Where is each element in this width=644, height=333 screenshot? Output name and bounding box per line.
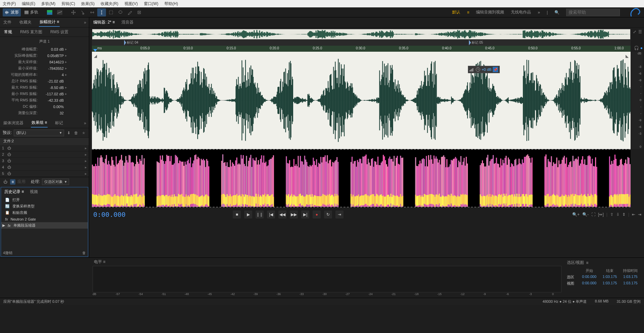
rewind-button[interactable]: ◀◀ — [278, 210, 286, 219]
menu-help[interactable]: 帮助(H) — [164, 1, 178, 7]
fx-slot[interactable]: 4⏻▸ — [0, 164, 89, 171]
record-button[interactable]: ● — [313, 210, 321, 219]
menu-view[interactable]: 视图(V) — [124, 1, 138, 7]
zoom-full-button[interactable]: ⛶ — [591, 212, 595, 217]
tab-files[interactable]: 文件 — [3, 18, 12, 27]
fx-target-dropdown[interactable]: 仅选区对象▾ — [42, 179, 69, 185]
view-multitrack-button[interactable]: 多轨 — [22, 8, 40, 16]
tab-media-browser[interactable]: 媒体浏览器 — [3, 119, 24, 127]
svg-rect-1699 — [201, 196, 202, 205]
zoom-time-in-button[interactable]: ⇤ — [632, 212, 635, 217]
panel-more-icon[interactable]: » — [84, 121, 86, 126]
workspace-radio[interactable]: 无线电作品 — [511, 9, 531, 15]
zoom-sel-button[interactable]: [⇔] — [598, 212, 604, 217]
marker[interactable]: 标记 04 — [124, 40, 138, 46]
spectral-pitch-button[interactable] — [55, 8, 64, 16]
zoom-out-button[interactable]: 🔍- — [582, 212, 589, 217]
tool-slip[interactable] — [88, 8, 97, 16]
play-button[interactable]: ▶ — [244, 210, 252, 219]
stats-tab-general[interactable]: 常规 — [4, 29, 12, 35]
zoom-in-amp-button[interactable]: ⇧ — [610, 212, 613, 217]
fx-slot[interactable]: 5⏻▸ — [0, 171, 89, 177]
svg-rect-1943 — [368, 195, 369, 205]
workspace-menu-icon[interactable]: ≡ — [467, 10, 469, 15]
tab-markers[interactable]: 标记 — [54, 119, 64, 127]
tool-marquee[interactable] — [107, 8, 115, 16]
timecode-display[interactable]: 0:00.000 — [93, 210, 125, 219]
stop-button[interactable]: ■ — [233, 210, 241, 219]
view-waveform-button[interactable]: 波形 — [3, 8, 21, 16]
channel-left-icon[interactable]: 🎧 — [634, 46, 639, 50]
menu-edit[interactable]: 编辑(E) — [22, 1, 35, 7]
hud-pin-icon[interactable]: 📌 — [493, 67, 498, 72]
channel-right-icon[interactable]: ● — [640, 46, 643, 50]
menu-favorites[interactable]: 收藏夹(R) — [101, 1, 118, 7]
tab-amplitude-stats[interactable]: 振幅统计 ≡ — [39, 18, 60, 27]
delete-preset-icon[interactable]: 🗑 — [73, 130, 79, 136]
marker[interactable]: 标记 05 — [469, 40, 483, 46]
time-ruler[interactable]: ms0:05.00:10.00:15.00:20.00:25.00:30.00:… — [92, 46, 631, 52]
pause-button[interactable]: ❚❚ — [256, 210, 264, 219]
main-waveform[interactable]: 🎧 ● dB-3-6-9--0---9-6-30 +0 dB 📌 ◢ ◣ — [92, 52, 631, 149]
overview-waveform[interactable] — [92, 29, 631, 40]
tab-editor[interactable]: 编辑器: 2* ≡ — [93, 19, 115, 25]
skip-button[interactable]: ⇥ — [335, 210, 343, 219]
playhead-icon[interactable] — [93, 49, 97, 52]
search-input[interactable] — [566, 9, 620, 16]
fx-power-icon[interactable]: ⏻ — [3, 179, 8, 185]
save-preset-icon[interactable]: ⬇ — [66, 130, 71, 136]
spectrogram[interactable]: Hz10k6k4k2k1k — [92, 149, 631, 207]
history-item[interactable]: ▶fx单频段压缩器 — [1, 222, 88, 229]
loop-button[interactable]: ↻ — [324, 210, 332, 219]
tool-lasso[interactable] — [116, 8, 125, 16]
menu-file[interactable]: 文件(F) — [3, 1, 16, 7]
zoom-nav-icon[interactable]: ⤢ — [633, 30, 636, 34]
fx-slot[interactable]: 2⏻▸ — [0, 151, 89, 158]
stats-tab-rms-hist[interactable]: RMS 直方图 — [20, 29, 42, 35]
zoom-in-button[interactable]: 🔍+ — [572, 212, 580, 217]
tool-razor[interactable] — [78, 8, 87, 16]
zoom-amp-full-button[interactable]: ⇕ — [622, 212, 626, 217]
workspace-more[interactable]: » — [538, 10, 540, 15]
stats-tab-rms-settings[interactable]: RMS 设置 — [50, 29, 68, 35]
tab-history[interactable]: 历史记录 ≡ — [4, 189, 24, 195]
zoom-time-out-button[interactable]: ⇥ — [638, 212, 641, 217]
panel-more-icon[interactable]: » — [84, 20, 86, 25]
history-item[interactable]: 🔄变换采样类型 — [1, 203, 88, 209]
zoom-out-amp-button[interactable]: ⇩ — [616, 212, 620, 217]
tool-time-select[interactable] — [97, 8, 106, 16]
tab-effects-rack[interactable]: 效果组 ≡ — [31, 118, 48, 128]
fold-top-right-icon[interactable]: ◣ — [626, 54, 629, 58]
fold-top-icon[interactable]: ◢ — [94, 54, 97, 58]
spectral-freq-button[interactable] — [45, 8, 54, 16]
history-item[interactable]: 📋粘贴音频 — [1, 209, 88, 216]
fx-slot[interactable]: 3⏻▸ — [0, 158, 89, 164]
next-button[interactable]: ▶| — [301, 210, 309, 219]
menu-effects[interactable]: 效果(S) — [81, 1, 95, 7]
marker-track[interactable]: 标记 04标记 05 — [92, 40, 631, 46]
tab-video[interactable]: 视频 — [30, 189, 38, 195]
fx-mix-icon[interactable]: ≡ — [10, 179, 15, 185]
hud-overlay[interactable]: +0 dB 📌 — [468, 66, 500, 73]
forward-button[interactable]: ▶▶ — [290, 210, 298, 219]
fx-slot[interactable]: 1⏻▸ — [0, 145, 89, 151]
svg-rect-1949 — [371, 195, 372, 204]
preset-dropdown[interactable]: (默认)▾ — [14, 130, 64, 136]
tool-heal[interactable] — [135, 8, 144, 16]
favorite-icon[interactable]: ★ — [81, 130, 86, 136]
tab-favorites[interactable]: 收藏夹 — [19, 18, 32, 27]
menu-clip[interactable]: 剪辑(C) — [61, 1, 75, 7]
tool-move[interactable] — [69, 8, 78, 16]
history-trash-icon[interactable]: 🗑 — [82, 251, 86, 255]
workspace-video[interactable]: 编辑音频到视频 — [476, 9, 504, 15]
tool-brush[interactable] — [125, 8, 134, 16]
level-meter[interactable] — [93, 266, 561, 292]
history-item[interactable]: fxNeutron 2 Gate — [1, 216, 88, 222]
prev-button[interactable]: |◀ — [267, 210, 275, 219]
zoom-list-icon[interactable]: ☰ — [638, 30, 642, 34]
history-item[interactable]: 📄打开 — [1, 197, 88, 203]
tab-mixer[interactable]: 混音器 — [121, 19, 133, 25]
menu-window[interactable]: 窗口(W) — [144, 1, 158, 7]
menu-multitrack[interactable]: 多轨(M) — [41, 1, 55, 7]
workspace-default[interactable]: 默认 — [452, 9, 460, 15]
